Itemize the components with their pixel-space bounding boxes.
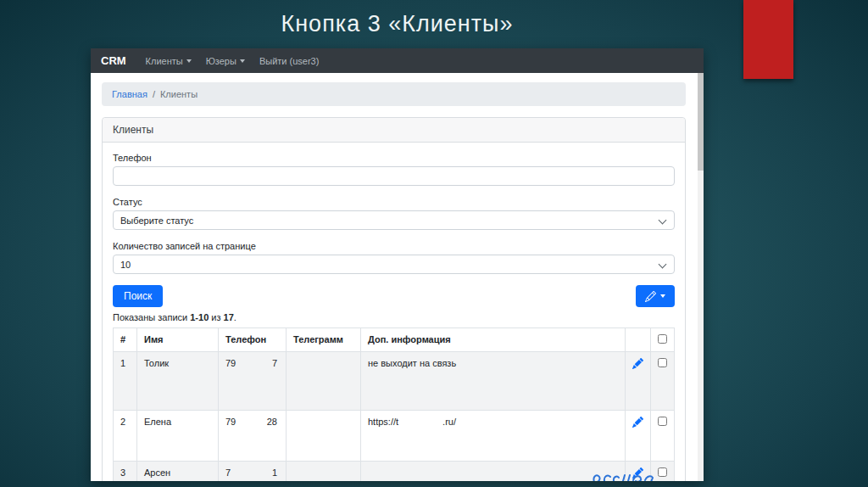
phone-input[interactable] (113, 166, 675, 186)
nav-item-label: Клиенты (146, 56, 183, 66)
card-body: Телефон Статус Выберите статус Количеств… (103, 143, 685, 481)
watermark-partial (591, 473, 667, 481)
summary-range: 1-10 (190, 312, 209, 322)
info-text: не выходит на связь (368, 358, 456, 368)
status-form-group: Статус Выберите статус (113, 197, 675, 230)
card-title: Клиенты (103, 118, 685, 143)
cell-telegram (287, 411, 361, 462)
cell-edit (626, 352, 651, 411)
edit-pencil-icon[interactable] (632, 358, 643, 369)
phone-redacted-start: 79 (225, 358, 236, 368)
nav-item-users[interactable]: Юзеры (206, 56, 245, 66)
cell-num: 1 (114, 352, 137, 411)
breadcrumb: Главная / Клиенты (102, 82, 686, 106)
toolbar: Поиск (113, 285, 675, 307)
nav-item-label: Выйти (user3) (259, 56, 319, 66)
status-select[interactable]: Выберите статус (113, 210, 675, 230)
navbar: CRM Клиенты Юзеры Выйти (user3) (91, 48, 704, 73)
col-header-info[interactable]: Доп. информация (361, 328, 626, 352)
phone-redacted-start: 7 (225, 467, 231, 478)
cell-telegram (287, 462, 361, 482)
table-header-row: # Имя Телефон Телеграмм Доп. информация (114, 328, 675, 352)
col-header-telegram[interactable]: Телеграмм (287, 328, 361, 352)
info-text: https://t (368, 417, 398, 427)
cell-phone: 7928 (219, 411, 287, 462)
scrollbar[interactable] (698, 73, 704, 481)
summary-total: 17 (224, 312, 234, 322)
cell-phone: 797 (219, 352, 287, 411)
cell-phone: 71 (219, 462, 287, 482)
cell-edit (626, 411, 651, 462)
cell-name: Толик (137, 352, 219, 411)
phone-redacted-start: 79 (225, 417, 236, 427)
row-checkbox[interactable] (658, 358, 667, 367)
cell-num: 3 (114, 462, 137, 482)
breadcrumb-current: Клиенты (160, 89, 198, 99)
col-header-phone[interactable]: Телефон (219, 328, 287, 352)
breadcrumb-home-link[interactable]: Главная (112, 89, 147, 99)
clients-card: Клиенты Телефон Статус Выберите статус К… (102, 117, 686, 481)
app-body: Главная / Клиенты Клиенты Телефон Статус… (91, 73, 704, 481)
nav-item-clients[interactable]: Клиенты (146, 56, 192, 66)
cell-num: 2 (114, 411, 137, 462)
nav-item-logout[interactable]: Выйти (user3) (259, 56, 319, 66)
status-select-value: Выберите статус (113, 210, 675, 230)
crm-app-screenshot: CRM Клиенты Юзеры Выйти (user3) Главная … (91, 48, 704, 481)
phone-redacted-end: 1 (272, 467, 277, 478)
col-header-num[interactable]: # (114, 328, 137, 352)
page-size-label: Количество записей на странице (113, 241, 675, 251)
cell-info: https://t.ru/ (361, 411, 626, 462)
summary-text: . (234, 312, 236, 322)
row-checkbox[interactable] (658, 417, 667, 426)
slide-title: Кнопка 3 «Клиенты» (91, 11, 704, 37)
phone-label: Телефон (113, 153, 675, 163)
edit-pencil-icon[interactable] (632, 417, 643, 428)
cell-checkbox (651, 352, 675, 411)
clients-table: # Имя Телефон Телеграмм Доп. информация (113, 327, 675, 481)
summary-text: Показаны записи (113, 312, 190, 322)
page-size-select[interactable]: 10 (113, 255, 675, 274)
phone-redacted-end: 28 (267, 417, 277, 427)
page-size-select-value: 10 (113, 255, 675, 274)
breadcrumb-separator: / (153, 89, 155, 99)
summary-text: из (209, 312, 223, 322)
col-header-edit (626, 328, 651, 352)
pencil-icon (645, 291, 656, 302)
cell-info: не выходит на связь (361, 352, 626, 411)
caret-down-icon (240, 59, 245, 63)
col-header-name[interactable]: Имя (137, 328, 219, 352)
status-label: Статус (113, 197, 675, 207)
page-size-form-group: Количество записей на странице 10 (113, 241, 675, 274)
cell-checkbox (651, 411, 675, 462)
scrollbar-thumb[interactable] (698, 73, 704, 171)
caret-down-icon (186, 59, 192, 63)
nav-item-label: Юзеры (206, 56, 236, 66)
info-text-end: .ru/ (442, 417, 456, 427)
grid-summary: Показаны записи 1-10 из 17. (113, 312, 675, 322)
cell-info (361, 462, 626, 482)
bulk-edit-dropdown-button[interactable] (636, 285, 675, 307)
select-all-checkbox[interactable] (658, 334, 667, 344)
cell-name: Арсен (137, 462, 219, 482)
cell-telegram (287, 352, 361, 411)
caret-down-icon (660, 294, 665, 298)
navbar-brand[interactable]: CRM (101, 54, 126, 67)
red-accent-bar (743, 0, 793, 79)
col-header-checkbox (651, 328, 675, 352)
phone-form-group: Телефон (113, 153, 675, 186)
table-row: 2 Елена 7928 https://t.ru/ (114, 411, 675, 462)
cell-name: Елена (137, 411, 219, 462)
table-row: 1 Толик 797 не выходит на связь (114, 352, 675, 411)
phone-redacted-end: 7 (272, 358, 277, 368)
search-button[interactable]: Поиск (113, 285, 163, 307)
